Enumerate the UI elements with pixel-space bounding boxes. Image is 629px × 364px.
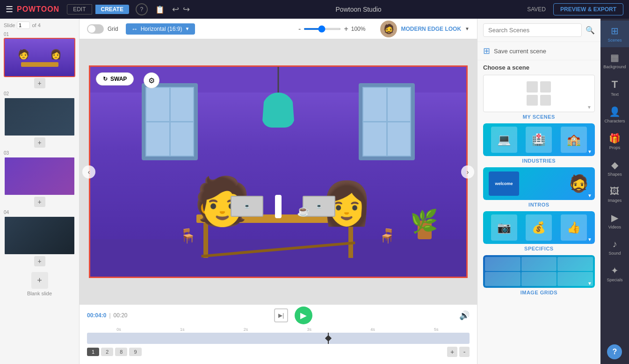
redo-icon[interactable]: ↪: [183, 4, 190, 14]
canvas-toolbar: Grid ↔ Horizontal (16:9) ▼ - + 100% 🧔 MO…: [80, 19, 477, 39]
timeline-marker-2s: 2s: [214, 327, 278, 332]
industries-chevron: ▼: [587, 149, 592, 154]
scene-search-input[interactable]: [483, 23, 582, 37]
preview-export-button[interactable]: PREVIEW & EXPORT: [553, 3, 623, 15]
zoom-minus-button[interactable]: -: [298, 25, 301, 33]
imagegrids-chevron: ▼: [587, 281, 592, 286]
slide-thumbnail-3[interactable]: [4, 157, 75, 196]
swap-button[interactable]: ↻ SWAP: [96, 72, 134, 86]
slide-thumbnail-1[interactable]: 🧑 👩: [4, 38, 75, 77]
intros-label: INTROS: [477, 202, 600, 207]
sidebar-item-specials[interactable]: ✦ Specials: [600, 260, 629, 287]
add-below-slide-1[interactable]: +: [34, 78, 45, 88]
timeline-marker-5s: 5s: [405, 327, 468, 332]
text-label: Text: [611, 92, 619, 97]
time-total: 00:20: [114, 312, 128, 319]
canvas-area: Grid ↔ Horizontal (16:9) ▼ - + 100% 🧔 MO…: [80, 19, 477, 364]
sidebar-item-characters[interactable]: 👤 Characters: [600, 101, 629, 128]
main-layout: Slide of 4 01 🧑 👩 + 02 + 03: [0, 19, 629, 364]
blank-slide-area: + Blank slide: [0, 268, 79, 302]
add-below-slide-2[interactable]: +: [34, 137, 45, 148]
scene-list: ▼ MY SCENES 💻 🏥 🏫 ▼ INDUSTRIES welcome 🧔: [477, 75, 600, 364]
edit-button[interactable]: EDIT: [67, 4, 92, 14]
add-below-slide-3[interactable]: +: [34, 197, 45, 207]
profile-chevron-icon[interactable]: ▼: [465, 26, 470, 31]
canvas-next-button[interactable]: ›: [461, 165, 474, 178]
play-main-button[interactable]: ▶: [295, 307, 312, 324]
avatar: 🧔: [380, 21, 397, 37]
my-scenes-placeholder: ▼: [483, 75, 595, 112]
timeline-tab-2[interactable]: 2: [101, 348, 113, 356]
slide-panel: Slide of 4 01 🧑 👩 + 02 + 03: [0, 19, 80, 364]
add-blank-slide-button[interactable]: +: [31, 272, 48, 289]
intros-category[interactable]: welcome 🧔 ▼: [483, 167, 595, 200]
slide-number-input[interactable]: [17, 21, 30, 29]
timeline-marker-4s: 4s: [341, 327, 405, 332]
characters-label: Characters: [604, 119, 625, 123]
sidebar-item-videos[interactable]: ▶ Videos: [600, 207, 629, 234]
canvas-wrapper: ‹: [80, 39, 477, 304]
sidebar-item-shapes[interactable]: ◆ Shapes: [600, 155, 629, 181]
help-button[interactable]: ?: [136, 3, 148, 15]
save-current-scene-row[interactable]: ⊞ Save current scene: [477, 42, 600, 60]
add-below-slide-4[interactable]: +: [34, 256, 45, 266]
sidebar-item-props[interactable]: 🎁 Props: [600, 128, 629, 155]
videos-icon: ▶: [611, 212, 618, 223]
zoom-plus-button[interactable]: +: [344, 25, 348, 33]
saved-label: SAVED: [527, 6, 546, 13]
canvas-prev-button[interactable]: ‹: [82, 165, 95, 178]
timeline-marker-0s: 0s: [87, 327, 151, 332]
playback-area: 00:04:0 | 00:20 ▶| ▶ 🔊 0s 1s 2s 3s 4s 5s: [80, 304, 477, 364]
menu-icon[interactable]: ☰: [6, 4, 13, 14]
props-label: Props: [609, 145, 621, 150]
right-panel: 🔍 ⊞ Save current scene Choose a scene ▼: [477, 19, 600, 364]
frame-play-button[interactable]: ▶|: [274, 308, 288, 322]
zoom-value: 100%: [351, 26, 366, 32]
images-icon: 🖼: [610, 186, 619, 197]
grid-toggle-switch[interactable]: [87, 24, 104, 34]
sidebar-item-scenes[interactable]: ⊞ Scenes: [600, 21, 629, 47]
specifics-label: SPECIFICS: [477, 246, 600, 251]
sidebar-item-text[interactable]: T Text: [600, 74, 629, 101]
slide-thumbnail-4[interactable]: [4, 216, 75, 255]
text-icon: T: [612, 79, 618, 91]
scenes-icon: ⊞: [611, 25, 619, 36]
timeline-tab-9[interactable]: 9: [129, 348, 141, 356]
timeline-zoom-plus[interactable]: +: [447, 347, 457, 357]
save-scene-label: Save current scene: [494, 48, 546, 55]
grid-toggle-area: Grid: [87, 24, 118, 34]
my-scenes-label: MY SCENES: [477, 114, 600, 120]
timeline[interactable]: [87, 333, 470, 344]
intros-chevron: ▼: [587, 193, 592, 198]
slide-number-02: 02: [0, 90, 79, 97]
timeline-tab-8[interactable]: 8: [115, 348, 127, 356]
shapes-label: Shapes: [607, 172, 622, 177]
specifics-category[interactable]: 📷 💰 👍 ▼: [483, 211, 595, 244]
undo-icon[interactable]: ↩: [172, 4, 179, 14]
sidebar-item-images[interactable]: 🖼 Images: [600, 181, 629, 207]
create-button[interactable]: CREATE: [95, 5, 129, 14]
specials-icon: ✦: [611, 265, 619, 276]
help-circle-button[interactable]: ?: [602, 340, 627, 364]
slide-thumbnail-2[interactable]: [4, 97, 75, 136]
timeline-zoom-minus[interactable]: -: [459, 347, 470, 357]
volume-control[interactable]: 🔊: [459, 310, 470, 321]
scene-settings-button[interactable]: ⚙: [144, 72, 159, 88]
notes-icon[interactable]: 📋: [155, 5, 165, 14]
timeline-tab-1[interactable]: 1: [87, 348, 99, 356]
imagegrids-category[interactable]: ▼: [483, 255, 595, 288]
shapes-icon: ◆: [611, 159, 618, 171]
sidebar-item-background[interactable]: ▦ Background: [600, 47, 629, 74]
industries-category[interactable]: 💻 🏥 🏫 ▼: [483, 123, 595, 156]
search-button[interactable]: 🔍: [586, 26, 595, 35]
sidebar-item-sound[interactable]: ♪ Sound: [600, 234, 629, 260]
background-label: Background: [603, 64, 626, 69]
scenes-label: Scenes: [607, 38, 622, 43]
topbar: ☰ POWTOON EDIT CREATE ? 📋 ↩ ↪ Powtoon St…: [0, 0, 629, 19]
profile-name: MODERN EDGE LOOK: [401, 26, 461, 32]
timeline-marker-1s: 1s: [151, 327, 214, 332]
logo: POWTOON: [17, 5, 59, 14]
orientation-button[interactable]: ↔ Horizontal (16:9) ▼: [126, 23, 195, 35]
zoom-slider[interactable]: [304, 28, 341, 30]
industries-label: INDUSTRIES: [477, 158, 600, 164]
